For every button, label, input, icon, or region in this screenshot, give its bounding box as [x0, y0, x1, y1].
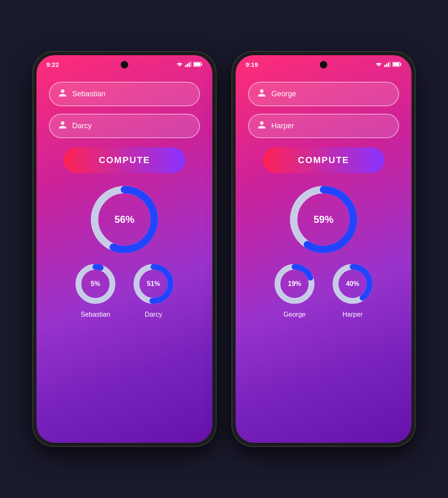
input-value-1[interactable]: George [271, 90, 296, 98]
user-icon-2 [257, 120, 266, 132]
donut-small-sebastian: 5% [73, 261, 118, 307]
phone-notch [121, 61, 128, 68]
signal-icon [185, 61, 192, 67]
phone-notch [320, 61, 327, 68]
user-icon-1 [58, 88, 67, 100]
svg-rect-0 [185, 65, 186, 67]
wifi-icon [375, 61, 382, 67]
svg-rect-16 [390, 62, 391, 67]
main-percent-label: 56% [114, 214, 134, 225]
compute-label: COMPUTE [298, 155, 349, 165]
donut-item-harper: 40% Harper [330, 261, 375, 318]
phones-container: 9:22 [33, 52, 415, 446]
small-donuts-row: 5% Sebastian 51% [49, 261, 200, 318]
small-percent-george: 19% [288, 280, 301, 288]
small-percent-harper: 40% [346, 280, 359, 288]
main-chart-area: 56% 5% Sebastian [49, 182, 200, 318]
user-icon-1 [257, 88, 266, 100]
status-time: 9:19 [246, 61, 258, 68]
donut-item-sebastian: 5% Sebastian [73, 261, 118, 318]
phone-phone1: 9:22 [33, 52, 216, 446]
svg-rect-6 [194, 63, 200, 66]
svg-rect-14 [386, 63, 387, 67]
phone-content: George Harper COMPUTE [236, 73, 411, 443]
input-value-2[interactable]: Darcy [72, 122, 92, 130]
user-icon-2 [58, 120, 67, 132]
svg-rect-13 [384, 65, 385, 67]
main-chart-area: 59% 19% George [248, 182, 399, 318]
svg-rect-3 [190, 62, 192, 67]
small-donuts-row: 19% George 40% [248, 261, 399, 318]
donut-small-harper: 40% [330, 261, 375, 307]
donut-name-sebastian: Sebastian [80, 311, 110, 318]
input-field-2[interactable]: Harper [248, 114, 399, 138]
input-field-2[interactable]: Darcy [49, 114, 200, 138]
main-percent-label: 59% [314, 214, 334, 225]
donut-item-george: 19% George [272, 261, 317, 318]
main-donut: 59% [286, 182, 361, 257]
input-value-2[interactable]: Harper [271, 122, 294, 130]
svg-rect-5 [201, 63, 202, 65]
input-field-1[interactable]: George [248, 82, 399, 106]
donut-name-george: George [283, 311, 305, 318]
donut-small-darcy: 51% [131, 261, 176, 307]
compute-button[interactable]: COMPUTE [263, 147, 384, 173]
battery-icon [193, 62, 202, 67]
phone-phone2: 9:19 [232, 52, 415, 446]
phone-screen: 9:22 [37, 55, 212, 443]
input-value-1[interactable]: Sebastian [72, 90, 105, 98]
small-percent-darcy: 51% [147, 280, 160, 288]
status-icons [176, 61, 202, 67]
svg-rect-15 [388, 62, 389, 67]
small-percent-sebastian: 5% [90, 280, 100, 288]
compute-label: COMPUTE [99, 155, 150, 165]
svg-rect-19 [393, 63, 399, 66]
wifi-icon [176, 61, 183, 67]
donut-name-darcy: Darcy [145, 311, 162, 318]
phone-content: Sebastian Darcy COMPUTE [37, 73, 212, 443]
compute-button[interactable]: COMPUTE [64, 147, 185, 173]
donut-name-harper: Harper [343, 311, 363, 318]
input-field-1[interactable]: Sebastian [49, 82, 200, 106]
svg-rect-18 [400, 63, 401, 65]
phone-screen: 9:19 [236, 55, 411, 443]
svg-rect-1 [187, 63, 188, 67]
donut-item-darcy: 51% Darcy [131, 261, 176, 318]
signal-icon [384, 61, 391, 67]
svg-rect-2 [189, 62, 190, 67]
donut-small-george: 19% [272, 261, 317, 307]
status-icons [375, 61, 402, 67]
status-time: 9:22 [46, 61, 59, 68]
battery-icon [392, 62, 402, 67]
main-donut: 56% [87, 182, 162, 257]
